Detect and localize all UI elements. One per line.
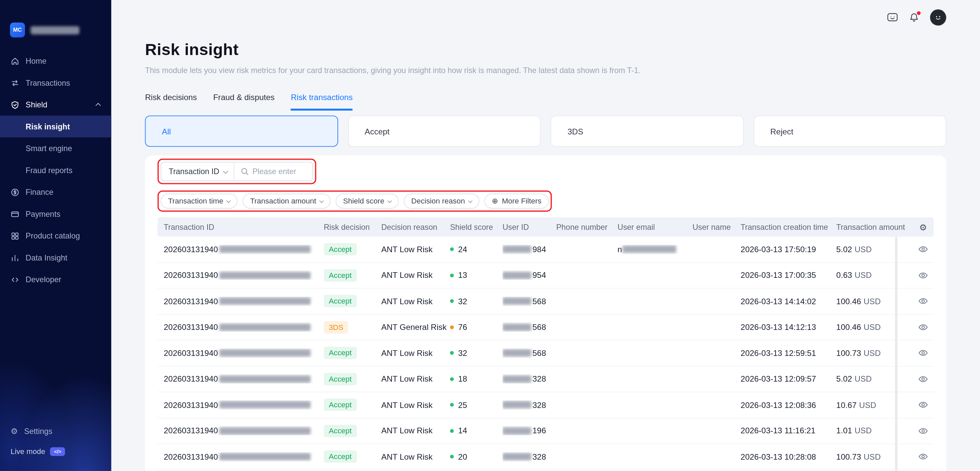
decision-card-all[interactable]: All	[145, 116, 338, 147]
view-details-eye-icon[interactable]	[913, 349, 934, 357]
decision-reason: ANT Low Risk	[381, 374, 450, 384]
amount-currency: USD	[854, 271, 872, 280]
sidebar-item-shield[interactable]: Shield	[0, 94, 111, 116]
risk-decision-badge: Accept	[324, 295, 357, 307]
sidebar-item-fraud-reports[interactable]: Fraud reports	[0, 159, 111, 181]
col-header-phone-number: Phone number	[556, 223, 617, 232]
shield-score-value: 32	[458, 348, 467, 358]
amount-value: 0.63	[836, 271, 852, 280]
amount-currency: USD	[854, 245, 872, 254]
sidebar-item-developer[interactable]: Developer	[0, 268, 111, 290]
table-scrollbar[interactable]	[895, 237, 897, 471]
filter-pill[interactable]: Decision reason	[404, 193, 479, 208]
sidebar-item-data-insight[interactable]: Data Insight	[0, 247, 111, 269]
table-row: 202603131940 Accept ANT Low Risk 24	[158, 237, 934, 263]
decision-card-accept[interactable]: Accept	[348, 116, 541, 147]
transaction-id-redacted	[219, 401, 310, 409]
user-id-suffix: 568	[532, 323, 546, 332]
decision-card-reject[interactable]: Reject	[753, 116, 946, 147]
score-dot	[450, 455, 453, 459]
view-details-eye-icon[interactable]	[913, 323, 934, 331]
user-id-redacted	[502, 271, 531, 279]
view-details-eye-icon[interactable]	[913, 297, 934, 306]
tab-risk-transactions[interactable]: Risk transactions	[291, 92, 353, 110]
creation-time: 2026-03-13 12:09:57	[741, 374, 836, 384]
col-header-risk-decision: Risk decision	[324, 223, 381, 232]
settings-gear-icon: ⚙	[11, 427, 18, 435]
user-id-suffix: 954	[532, 271, 546, 280]
col-header-user-email: User email	[617, 223, 693, 232]
code-icon	[11, 275, 19, 284]
transaction-id-redacted	[219, 375, 310, 382]
filter-pill[interactable]: Transaction time	[161, 193, 238, 208]
transaction-id-prefix: 202603131940	[164, 297, 218, 306]
search-input[interactable]	[252, 167, 306, 176]
table-row: 202603131940 Accept ANT Low Risk 13	[158, 263, 934, 289]
transaction-id-redacted	[219, 453, 310, 460]
view-details-eye-icon[interactable]	[913, 374, 934, 383]
table-row: 202603131940 Accept ANT Low Risk 32	[158, 289, 934, 314]
shield-score-value: 14	[458, 426, 467, 435]
sidebar-item-transactions[interactable]: Transactions	[0, 72, 111, 94]
filter-pill[interactable]: ⊕ More Filters	[484, 193, 549, 208]
feedback-icon[interactable]	[887, 12, 898, 22]
transaction-id-prefix: 202603131940	[164, 323, 218, 332]
amount-currency: USD	[864, 297, 881, 306]
tab-fraud-disputes[interactable]: Fraud & disputes	[213, 92, 275, 110]
sidebar-item-home[interactable]: Home	[0, 50, 111, 72]
user-id-redacted	[502, 323, 531, 331]
live-mode-row[interactable]: Live mode </>	[0, 442, 111, 461]
filter-pill[interactable]: Transaction amount	[243, 193, 331, 208]
filter-pill[interactable]: Shield score	[336, 193, 399, 208]
view-details-eye-icon[interactable]	[913, 271, 934, 279]
tab-risk-decisions[interactable]: Risk decisions	[145, 92, 197, 110]
tabs-bar: Risk decisions Fraud & disputes Risk tra…	[145, 92, 946, 110]
view-details-eye-icon[interactable]	[913, 426, 934, 435]
shield-score-value: 24	[458, 245, 467, 254]
view-details-eye-icon[interactable]	[913, 452, 934, 461]
score-dot	[450, 247, 453, 251]
column-settings-gear-icon[interactable]: ⚙	[913, 222, 934, 232]
shield-score-value: 76	[458, 323, 467, 332]
amount-value: 5.02	[836, 374, 852, 384]
table-header: Transaction ID Risk decision Decision re…	[158, 217, 934, 237]
user-avatar[interactable]	[930, 10, 946, 26]
search-field-selector[interactable]: Transaction ID	[161, 162, 234, 181]
chevron-down-icon	[468, 198, 472, 203]
sidebar-item-payments[interactable]: Payments	[0, 203, 111, 225]
user-id-suffix: 984	[532, 245, 546, 254]
col-header-creation-time: Transaction creation time	[741, 223, 836, 232]
transaction-id-prefix: 202603131940	[164, 348, 218, 358]
sidebar-item-smart-engine[interactable]: Smart engine	[0, 138, 111, 159]
col-header-transaction-id: Transaction ID	[158, 223, 324, 232]
user-id-redacted	[502, 349, 531, 357]
notifications-bell-icon[interactable]	[909, 12, 920, 23]
sidebar-footer: ⚙ Settings Live mode </>	[0, 420, 111, 471]
annotation-filters-highlight: Transaction time Transaction amount Sh	[158, 190, 552, 212]
merchant-name-redacted	[31, 26, 80, 34]
sidebar-item-product-catalog[interactable]: Product catalog	[0, 225, 111, 247]
amount-value: 100.73	[836, 348, 861, 358]
sidebar-item-risk-insight[interactable]: Risk insight	[0, 116, 111, 138]
amount-value: 1.01	[836, 426, 852, 435]
col-header-shield-score: Shield score	[450, 223, 502, 232]
user-id-suffix: 328	[532, 400, 546, 410]
decision-reason: ANT Low Risk	[381, 400, 450, 410]
table-row: 202603131940 Accept ANT Low Risk 20	[158, 444, 934, 470]
creation-time: 2026-03-13 10:28:08	[741, 452, 836, 461]
topbar-icons	[887, 10, 946, 26]
transaction-id-redacted	[219, 427, 310, 434]
user-id-redacted	[502, 427, 531, 434]
amount-value: 5.02	[836, 245, 852, 254]
sidebar-item-settings[interactable]: ⚙ Settings	[0, 420, 111, 442]
decision-card-3ds[interactable]: 3DS	[551, 116, 744, 147]
sidebar-item-finance[interactable]: Finance	[0, 181, 111, 203]
user-id-redacted	[502, 453, 531, 460]
chevron-down-icon	[388, 198, 392, 203]
view-details-eye-icon[interactable]	[913, 401, 934, 409]
creation-time: 2026-03-13 17:00:35	[741, 271, 836, 280]
view-details-eye-icon[interactable]	[913, 245, 934, 254]
transaction-id-prefix: 202603131940	[164, 374, 218, 384]
amount-value: 100.73	[836, 452, 861, 461]
amount-value: 10.67	[836, 400, 856, 410]
